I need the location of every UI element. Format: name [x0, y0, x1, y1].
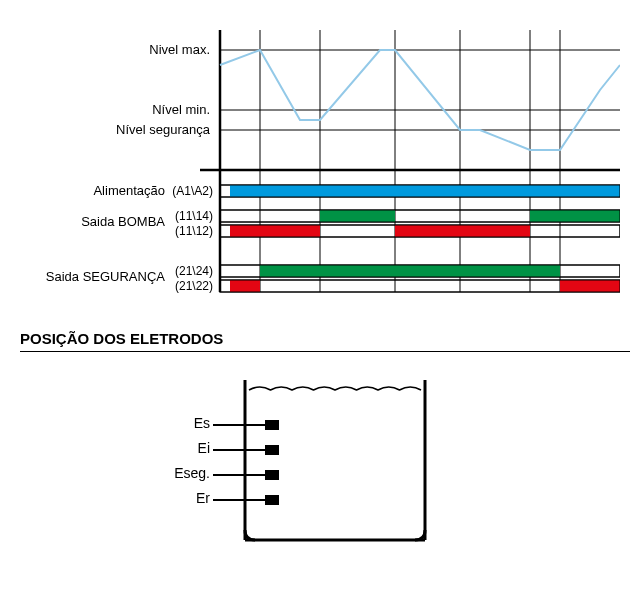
svg-rect-20: [530, 210, 620, 222]
svg-text:(11\14): (11\14): [175, 209, 213, 223]
svg-text:Nível segurança: Nível segurança: [116, 122, 211, 137]
svg-rect-23: [230, 225, 320, 237]
svg-text:Saida BOMBA: Saida BOMBA: [81, 214, 165, 229]
svg-rect-49: [265, 445, 279, 455]
svg-text:(21\22): (21\22): [175, 279, 213, 293]
svg-rect-46: [265, 420, 279, 430]
electrode-svg: EsEiEseg.Er: [20, 370, 620, 570]
svg-rect-27: [260, 265, 560, 277]
section-title: POSIÇÃO DOS ELETRODOS: [20, 330, 620, 347]
svg-text:Es: Es: [194, 415, 210, 431]
svg-text:Nível min.: Nível min.: [152, 102, 210, 117]
svg-rect-24: [395, 225, 530, 237]
svg-text:Alimentação: Alimentação: [93, 183, 165, 198]
svg-text:Ei: Ei: [198, 440, 210, 456]
electrode-diagram: EsEiEseg.Er: [20, 370, 620, 570]
svg-text:Er: Er: [196, 490, 210, 506]
svg-text:(21\24): (21\24): [175, 264, 213, 278]
timing-svg: Nivel max.Nível min.Nível segurançaAlime…: [20, 10, 620, 310]
svg-text:Eseg.: Eseg.: [174, 465, 210, 481]
svg-rect-55: [265, 495, 279, 505]
svg-rect-30: [230, 280, 260, 292]
svg-text:Saida SEGURANÇA: Saida SEGURANÇA: [46, 269, 166, 284]
svg-text:Nivel max.: Nivel max.: [149, 42, 210, 57]
svg-text:(A1\A2): (A1\A2): [172, 184, 213, 198]
title-divider: [20, 351, 630, 352]
svg-rect-19: [320, 210, 395, 222]
svg-rect-52: [265, 470, 279, 480]
svg-rect-16: [230, 185, 620, 197]
timing-diagram: Nivel max.Nível min.Nível segurançaAlime…: [20, 10, 620, 310]
svg-text:(11\12): (11\12): [175, 224, 213, 238]
svg-rect-31: [560, 280, 620, 292]
